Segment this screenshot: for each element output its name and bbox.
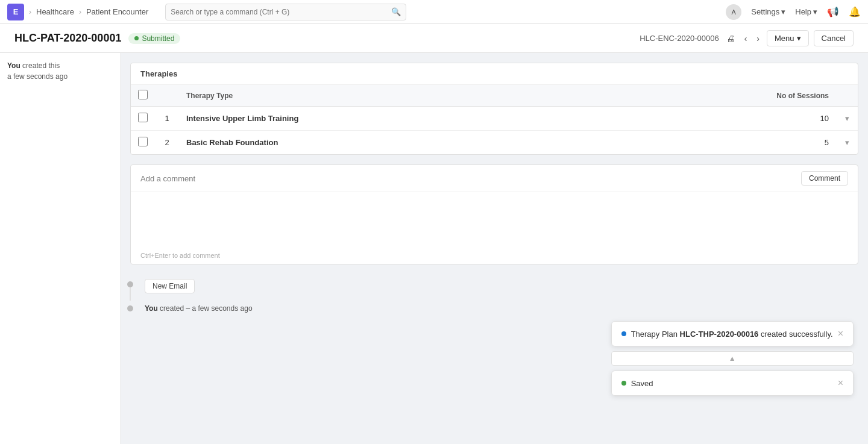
breadcrumb-healthcare[interactable]: Healthcare	[36, 7, 74, 16]
comment-textarea[interactable]	[131, 192, 858, 246]
row-2-checkbox[interactable]	[138, 137, 148, 146]
row-1-expand[interactable]: ▾	[836, 107, 858, 131]
notification-icon[interactable]: 🔔	[849, 6, 861, 17]
therapies-table: Therapy Type No of Sessions 1 Intensive …	[131, 85, 858, 154]
row-1-checkbox[interactable]	[138, 113, 148, 122]
breadcrumb-patient-encounter[interactable]: Patient Encounter	[86, 7, 148, 16]
next-icon[interactable]: ›	[754, 31, 762, 46]
row-2-therapy: Basic Rehab Foundation	[179, 131, 609, 155]
toast-2-close[interactable]: ×	[838, 378, 843, 388]
settings-button[interactable]: Settings ▾	[751, 7, 785, 16]
status-badge: Submitted	[128, 33, 180, 44]
app-icon[interactable]: E	[7, 4, 24, 20]
new-email-button[interactable]: New Email	[145, 279, 195, 293]
row-2-sessions: 5	[609, 131, 836, 155]
timeline-dot	[127, 281, 133, 287]
select-all-checkbox[interactable]	[138, 90, 148, 99]
timeline-line	[130, 287, 131, 301]
toast-saved-text: Saved	[631, 379, 833, 388]
col-therapy-type: Therapy Type	[179, 85, 609, 107]
collapse-icon: ▲	[729, 354, 736, 363]
sidebar-action: created this	[20, 61, 60, 70]
timeline-item-email: New Email	[145, 279, 858, 293]
timeline-dot-2	[127, 305, 133, 311]
row-2-expand[interactable]: ▾	[836, 131, 858, 155]
announcement-icon[interactable]: 📢	[827, 6, 839, 17]
subheader: HLC-PAT-2020-00001 Submitted HLC-ENC-202…	[0, 24, 868, 53]
table-row: 2 Basic Rehab Foundation 5 ▾	[131, 131, 858, 155]
therapies-section: Therapies Therapy Type No of Sessions 1	[130, 63, 858, 155]
doc-title: HLC-PAT-2020-00001	[14, 32, 121, 45]
comment-button[interactable]: Comment	[801, 171, 848, 186]
toast-saved: Saved ×	[611, 371, 854, 396]
row-1-sessions: 10	[609, 107, 836, 131]
sidebar-time: a few seconds ago	[7, 72, 68, 81]
row-1-num: 1	[155, 107, 179, 131]
comment-section: Add a comment Comment Ctrl+Enter to add …	[130, 164, 858, 264]
avatar[interactable]: A	[726, 4, 741, 20]
toast-collapse[interactable]: ▲	[611, 351, 854, 366]
table-row: 1 Intensive Upper Limb Training 10 ▾	[131, 107, 858, 131]
toast-therapy-text: Therapy Plan HLC-THP-2020-00016 created …	[631, 330, 833, 339]
cancel-button[interactable]: Cancel	[814, 30, 854, 46]
row-1-therapy: Intensive Upper Limb Training	[179, 107, 609, 131]
toast-therapy-created: Therapy Plan HLC-THP-2020-00016 created …	[611, 321, 854, 346]
toast-dot-green	[621, 381, 626, 386]
comment-placeholder-label: Add a comment	[140, 174, 195, 183]
status-label: Submitted	[142, 34, 174, 43]
timeline: New Email You created – a few seconds ag…	[130, 274, 858, 327]
sidebar: You created this a few seconds ago	[0, 53, 121, 444]
nav-right: A Settings ▾ Help ▾ 📢 🔔	[726, 4, 861, 20]
toast-container: Therapy Plan HLC-THP-2020-00016 created …	[611, 321, 854, 396]
sidebar-actor: You	[7, 61, 20, 70]
timeline-activity-text: You created – a few seconds ago	[145, 304, 253, 313]
comment-hint: Ctrl+Enter to add comment	[131, 248, 858, 264]
subheader-right: HLC-ENC-2020-00006 🖨 ‹ › Menu▾ Cancel	[640, 30, 854, 46]
search-bar: 🔍	[165, 4, 406, 20]
toast-1-close[interactable]: ×	[838, 329, 843, 339]
menu-button[interactable]: Menu▾	[767, 30, 809, 46]
prev-icon[interactable]: ‹	[742, 31, 750, 46]
therapies-header: Therapies	[131, 63, 858, 85]
help-button[interactable]: Help ▾	[795, 7, 817, 16]
print-icon[interactable]: 🖨	[724, 31, 737, 46]
search-icon: 🔍	[391, 7, 401, 16]
top-nav: E › Healthcare › Patient Encounter 🔍 A S…	[0, 0, 868, 24]
breadcrumb-sep-2: ›	[79, 8, 81, 16]
breadcrumb-sep-1: ›	[29, 8, 31, 16]
row-2-num: 2	[155, 131, 179, 155]
search-input[interactable]	[171, 8, 391, 16]
enc-id: HLC-ENC-2020-00006	[640, 34, 719, 43]
timeline-item-activity: You created – a few seconds ago	[145, 303, 858, 313]
col-sessions: No of Sessions	[609, 85, 836, 107]
comment-header: Add a comment Comment	[131, 165, 858, 192]
toast-dot-blue	[621, 331, 626, 336]
status-dot	[134, 36, 139, 40]
sidebar-activity: You created this a few seconds ago	[7, 60, 113, 82]
